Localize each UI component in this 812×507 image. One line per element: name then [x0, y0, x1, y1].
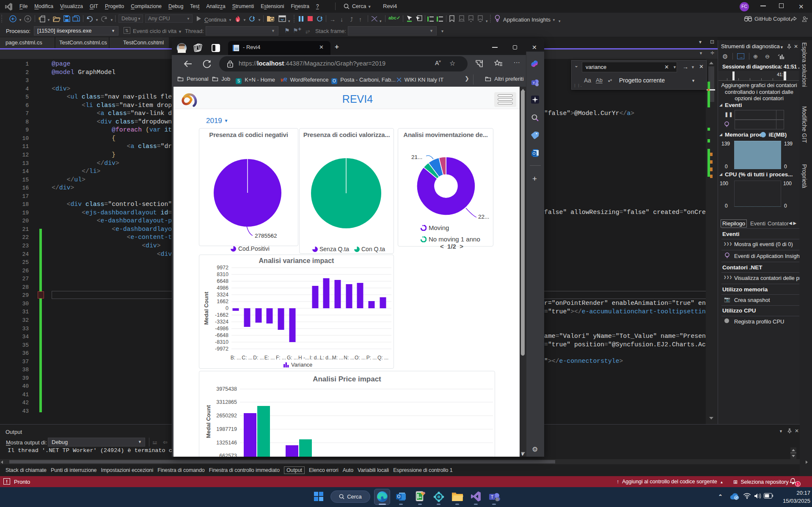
svg-text:O: O [397, 494, 401, 499]
svg-text:T: T [533, 81, 535, 85]
svg-text:T: T [491, 495, 493, 499]
svg-text:O: O [532, 151, 535, 156]
